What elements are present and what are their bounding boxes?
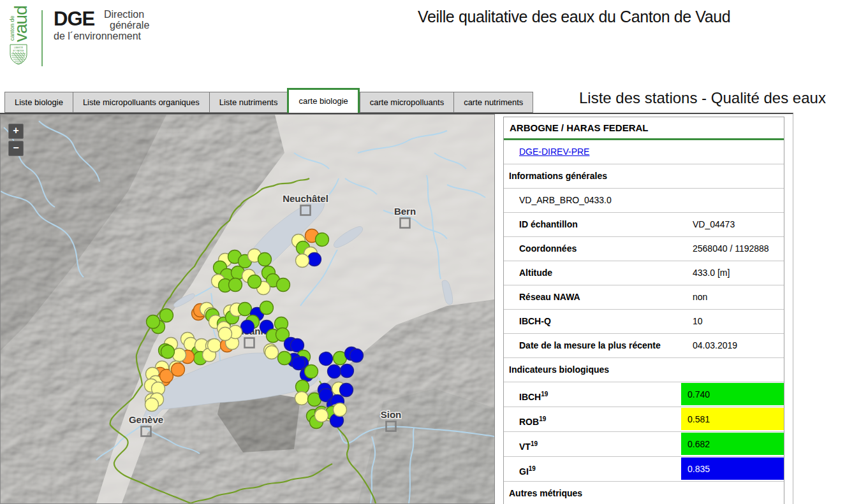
indicator-row-gi: GI190.835 xyxy=(504,457,784,482)
station-dot[interactable] xyxy=(278,352,291,365)
station-rows: DGE-DIREV-PREInformations généralesVD_AR… xyxy=(504,140,784,504)
indicator-row-vt: VT190.682 xyxy=(504,432,784,457)
tab-carte-biologie[interactable]: carte biologie xyxy=(287,88,359,113)
header: canton de vaud LIBERTÉ ET PATRIE DGE Dir… xyxy=(0,0,868,86)
station-dot[interactable] xyxy=(160,309,173,322)
info-row-altitude: Altitude433.0 [m] xyxy=(504,261,784,285)
info-value: VD_04473 xyxy=(693,213,735,236)
info-row-coordonnees: Coordonnées2568040 / 1192888 xyxy=(504,237,784,261)
station-link-row: DGE-DIREV-PRE xyxy=(504,140,784,164)
info-label: ID échantillon xyxy=(504,213,578,236)
tab-liste-micropolluants-organiques[interactable]: Liste micropolluants organiques xyxy=(73,92,209,113)
info-value: non xyxy=(693,285,707,309)
canton-shield-icon: LIBERTÉ ET PATRIE xyxy=(10,45,27,64)
info-label: Date de la mesure la plus récente xyxy=(504,334,661,357)
station-dot[interactable] xyxy=(315,409,328,422)
content-area: + − xyxy=(0,113,793,504)
indicator-value: 0.581 xyxy=(681,408,784,430)
indicator-label: VT19 xyxy=(504,432,538,459)
info-value: 10 xyxy=(693,310,703,333)
app-title: Veille qualitative des eaux du Canton de… xyxy=(418,8,730,26)
section-header-indicateurs-biologiques: Indicateurs biologiques xyxy=(504,358,784,382)
zoom-in-button[interactable]: + xyxy=(8,124,24,139)
tab-liste-nutriments[interactable]: Liste nutriments xyxy=(209,92,288,113)
indicator-value: 0.682 xyxy=(681,433,784,455)
tab-bar: Liste biologieListe micropolluants organ… xyxy=(4,88,533,113)
svg-text:LIBERTÉ: LIBERTÉ xyxy=(14,46,24,49)
station-dot[interactable] xyxy=(258,253,272,266)
map-canvas[interactable]: NeuchâtelBernLausanneGenèveSion xyxy=(1,115,494,503)
station-dot[interactable] xyxy=(145,398,159,412)
station-dot[interactable] xyxy=(161,345,175,359)
station-dot[interactable] xyxy=(229,278,242,292)
dge-logo-text: DGE Direction générale de l´environnemen… xyxy=(54,8,162,46)
indicator-label: GI19 xyxy=(504,457,536,484)
info-row-id-echantillon: ID échantillonVD_04473 xyxy=(504,213,784,237)
indicator-label: IBCH19 xyxy=(504,382,548,409)
indicator-row-rob: ROB190.581 xyxy=(504,407,784,432)
page-title: Liste des stations - Qualité des eaux xyxy=(579,89,826,107)
station-dot[interactable] xyxy=(340,384,353,397)
dge-line3: de l´environnement xyxy=(54,31,141,42)
station-dot[interactable] xyxy=(239,303,252,316)
station-dot[interactable] xyxy=(305,365,318,378)
city-label-neuchatel: Neuchâtel xyxy=(283,193,328,204)
station-dot[interactable] xyxy=(172,363,185,377)
station-dot[interactable] xyxy=(219,328,232,341)
indicator-label: ROB19 xyxy=(504,407,546,434)
indicator-row-ibch: IBCH190.740 xyxy=(504,382,784,407)
info-label: Altitude xyxy=(504,261,552,285)
indicator-value: 0.740 xyxy=(681,383,784,405)
info-row-reseau-nawa: Réseau NAWAnon xyxy=(504,285,784,310)
station-dot[interactable] xyxy=(241,320,254,334)
station-dot[interactable] xyxy=(295,392,309,405)
station-dot[interactable] xyxy=(147,315,160,329)
zoom-out-button[interactable]: − xyxy=(8,141,24,156)
city-label-bern: Bern xyxy=(394,206,416,217)
dge-acronym: DGE xyxy=(54,8,94,31)
indicator-value: 0.835 xyxy=(681,457,784,480)
station-panel: ARBOGNE / HARAS FEDERAL DGE-DIREV-PREInf… xyxy=(503,117,784,504)
app-root: canton de vaud LIBERTÉ ET PATRIE DGE Dir… xyxy=(0,0,868,504)
logo-canton-big: vaud xyxy=(11,6,31,42)
section-header-informations-generales: Informations générales xyxy=(504,164,784,189)
station-dot[interactable] xyxy=(292,357,305,370)
station-dot[interactable] xyxy=(308,253,321,266)
station-code: VD_ARB_BRO_0433.0 xyxy=(504,189,784,213)
svg-text:ET PATRIE: ET PATRIE xyxy=(13,50,25,52)
dge-line2: générale xyxy=(110,20,149,31)
map[interactable]: + − xyxy=(0,114,495,504)
tab-carte-micropolluants[interactable]: carte micropolluants xyxy=(360,92,453,113)
station-dot[interactable] xyxy=(296,254,309,268)
info-value: 433.0 [m] xyxy=(693,261,730,285)
station-dot[interactable] xyxy=(350,349,364,363)
station-dot[interactable] xyxy=(334,403,347,417)
info-value: 04.03.2019 xyxy=(693,334,737,357)
station-dot[interactable] xyxy=(328,365,341,378)
canton-vaud-logo: canton de vaud LIBERTÉ ET PATRIE DGE Dir… xyxy=(5,4,158,68)
tab-carte-nutriments[interactable]: carte nutriments xyxy=(453,92,533,113)
station-title: ARBOGNE / HARAS FEDERAL xyxy=(504,117,784,140)
station-dot[interactable] xyxy=(265,346,279,359)
info-label: Réseau NAWA xyxy=(504,285,580,309)
info-value: 2568040 / 1192888 xyxy=(693,237,769,261)
dge-line1: Direction xyxy=(104,9,144,20)
info-label: IBCH-Q xyxy=(504,310,551,333)
info-row-ibch-q: IBCH-Q10 xyxy=(504,310,784,334)
info-row-date-de-la-mesure-la-plus-recente: Date de la mesure la plus récente04.03.2… xyxy=(504,334,784,358)
station-dot[interactable] xyxy=(341,364,354,378)
station-dot[interactable] xyxy=(260,301,274,315)
station-dot[interactable] xyxy=(277,278,290,292)
tab-liste-biologie[interactable]: Liste biologie xyxy=(4,92,73,113)
station-network-link[interactable]: DGE-DIREV-PRE xyxy=(519,147,589,157)
info-label: Coordonnées xyxy=(504,237,577,261)
city-label-sion: Sion xyxy=(381,409,402,420)
station-dot[interactable] xyxy=(316,233,329,247)
station-dot[interactable] xyxy=(248,275,261,289)
map-zoom-controls: + − xyxy=(8,124,24,158)
station-dot[interactable] xyxy=(208,339,221,352)
station-dot[interactable] xyxy=(320,352,333,366)
city-label-geneve: Genève xyxy=(129,414,163,425)
section-header-autres-metriques: Autres métriques xyxy=(504,482,784,504)
